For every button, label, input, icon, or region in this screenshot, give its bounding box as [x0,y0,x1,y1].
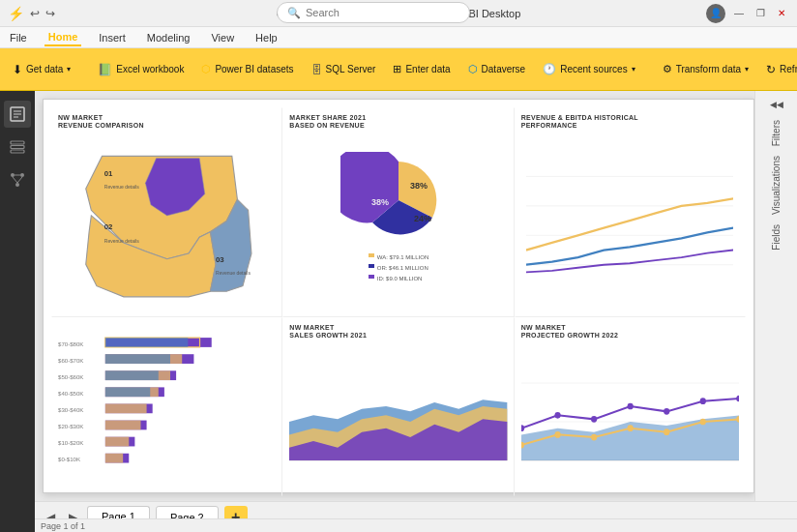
projected-growth-title: NW MARKETPROJECTED GROWTH 2022 [521,324,739,340]
ribbon-insert[interactable]: Insert [95,30,130,45]
svg-point-8 [20,173,24,177]
svg-line-12 [17,177,22,183]
recent-label: Recent sources [560,64,627,74]
excel-icon: 📗 [98,63,112,76]
pie-title: MARKET SHARE 2021BASED ON REVENUE [289,114,507,131]
refresh-icon: ↻ [766,63,776,76]
svg-point-76 [627,403,633,410]
minimize-btn[interactable]: — [731,6,747,21]
left-sidebar [0,91,35,532]
transform-chevron: ▾ [745,65,749,74]
enter-data-button[interactable]: ⊞ Enter data [386,53,457,86]
status-text: Page 1 of 1 [41,521,85,531]
svg-text:Revenue details: Revenue details [104,238,139,244]
excel-workbook-button[interactable]: 📗 Excel workbook [91,53,191,86]
ribbon-view[interactable]: View [207,30,238,45]
ribbon-home[interactable]: Home [44,29,82,46]
app-icon: ⚡ [8,6,24,21]
undo-btn[interactable]: ↩ [30,7,40,20]
close-btn[interactable]: ✕ [774,6,789,21]
projected-chart-container [521,344,739,487]
svg-point-77 [664,408,669,415]
svg-text:$60-$70K: $60-$70K [58,357,83,364]
search-input[interactable] [306,7,441,18]
svg-rect-50 [105,404,147,414]
svg-text:Revenue details: Revenue details [104,184,139,190]
svg-text:$10-$20K: $10-$20K [58,439,83,446]
svg-point-78 [699,398,705,404]
canvas: NW MARKETREVENUE COMPARISON 01 Revenue [43,99,754,493]
search-box[interactable]: 🔍 [277,2,470,23]
svg-point-69 [627,425,633,431]
sales-growth-title: NW MARKETSALES GROWTH 2021 [289,324,507,340]
legend-or: OR: $46.1 MILLION [377,265,428,271]
sidebar-data-icon[interactable] [4,133,31,161]
get-data-button[interactable]: ⬇ Get data ▾ [6,53,77,86]
revenue-historical-viz[interactable]: REVENUE & EBITDA HISTORICALPERFORMANCE [515,107,746,317]
svg-point-74 [554,412,560,419]
svg-text:$0-$10K: $0-$10K [58,456,80,462]
title-bar: ⚡ ↩ ↪ Contoso Suites Market Analysis - P… [0,0,797,27]
recent-chevron: ▾ [632,65,635,74]
dataverse-button[interactable]: ⬡ Dataverse [461,53,533,86]
svg-rect-57 [105,387,150,397]
svg-text:$50-$60K: $50-$60K [58,373,83,380]
svg-text:38%: 38% [410,181,428,191]
svg-point-73 [521,425,524,431]
map-viz[interactable]: NW MARKETREVENUE COMPARISON 01 Revenue [51,107,282,317]
powerbi-icon: ⬡ [201,63,211,75]
svg-point-79 [736,396,739,402]
sales-area-container [289,344,507,487]
enter-data-label: Enter data [405,64,450,74]
excel-label: Excel workbook [116,64,184,74]
window-controls: 👤 — ❐ ✕ [474,4,789,23]
powerbi-datasets-button[interactable]: ⬡ Power BI datasets [194,53,300,86]
map-container: 01 Revenue details 02 Revenue details 03… [58,134,276,308]
sales-growth-viz[interactable]: NW MARKETSALES GROWTH 2021 [282,317,514,496]
svg-text:$70-$80K: $70-$80K [58,340,83,347]
svg-rect-55 [105,354,170,364]
visualizations-label[interactable]: Visualizations [769,152,783,219]
projected-growth-viz[interactable]: NW MARKETPROJECTED GROWTH 2022 [515,317,746,496]
maximize-btn[interactable]: ❐ [753,6,768,21]
viz-grid: NW MARKETREVENUE COMPARISON 01 Revenue [44,100,753,492]
dataverse-label: Dataverse [482,64,526,74]
refresh-label: Refresh [780,64,797,74]
revenue-historical-title: REVENUE & EBITDA HISTORICALPERFORMANCE [521,114,739,131]
filters-label[interactable]: Filters [769,116,783,150]
sql-icon: 🗄 [311,64,322,75]
redo-btn[interactable]: ↪ [45,7,55,20]
collapse-panel-btn[interactable]: ◀◀ [758,95,795,114]
svg-point-67 [554,431,560,438]
enter-data-icon: ⊞ [393,63,401,75]
svg-text:01: 01 [104,168,113,177]
svg-text:$20-$30K: $20-$30K [58,423,83,429]
get-data-chevron: ▾ [67,65,71,74]
avatar: 👤 [706,4,725,23]
sidebar-report-icon[interactable] [4,101,31,128]
svg-rect-56 [105,370,159,380]
svg-text:$40-$50K: $40-$50K [58,390,83,397]
svg-text:Revenue details: Revenue details [216,270,251,276]
pie-viz[interactable]: MARKET SHARE 2021BASED ON REVENUE 38% 2 [282,107,514,317]
fields-label[interactable]: Fields [769,221,783,254]
bar-viz[interactable]: $70-$80K $60-$70K $50-$60K $40-$50K $30-… [51,317,282,496]
svg-point-7 [11,173,15,177]
ribbon-help[interactable]: Help [251,30,281,45]
get-data-icon: ⬇ [13,63,22,76]
powerbi-label: Power BI datasets [215,64,293,74]
ribbon-file[interactable]: File [6,30,31,45]
svg-rect-52 [105,437,129,447]
ribbon-modeling[interactable]: Modeling [143,30,194,45]
pie-legend: WA: $79.1 MILLION OR: $46.1 MILLION ID: … [369,251,428,282]
transform-data-button[interactable]: ⚙ Transform data ▾ [656,53,755,86]
sidebar-model-icon[interactable] [4,166,31,193]
toolbar: ⬇ Get data ▾ 📗 Excel workbook ⬡ Power BI… [0,48,797,91]
svg-rect-51 [105,421,141,430]
recent-icon: 🕐 [543,63,556,75]
refresh-button[interactable]: ↻ Refresh [759,53,797,86]
recent-sources-button[interactable]: 🕐 Recent sources ▾ [536,53,641,86]
sql-server-button[interactable]: 🗄 SQL Server [305,53,383,86]
main-area: NW MARKETREVENUE COMPARISON 01 Revenue [35,91,797,501]
svg-line-11 [13,177,17,183]
